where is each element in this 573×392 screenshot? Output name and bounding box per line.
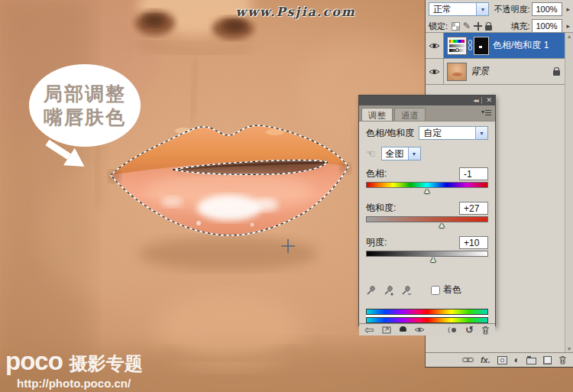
hue-slider-handle[interactable]: ▲ — [423, 186, 432, 195]
fill-label: 填充: — [510, 21, 529, 32]
panel-titlebar: ◂◂ ✕ — [359, 96, 495, 105]
close-icon[interactable]: ✕ — [486, 97, 492, 104]
lock-label: 锁定: — [429, 21, 448, 32]
layer-name[interactable]: 背景 — [471, 65, 489, 78]
background-layer-thumbnail[interactable] — [447, 63, 467, 81]
channel-value: 全图 — [382, 147, 408, 160]
reset-icon[interactable]: ↺ — [465, 325, 474, 335]
colorize-checkbox[interactable] — [431, 286, 440, 295]
new-layer-icon[interactable] — [543, 356, 552, 364]
adjustments-panel: ◂◂ ✕ 调整 通道 ▾ 色相/饱和度 自定 ▼ ☜ 全图 — [358, 95, 496, 326]
fill-spinner-icon[interactable]: ▸ — [566, 22, 570, 30]
lightness-label: 明度: — [366, 236, 387, 249]
hue-label: 色相: — [366, 167, 387, 180]
collapse-panel-icon[interactable]: ◂◂ — [473, 97, 478, 104]
expand-panel-icon[interactable] — [382, 326, 392, 334]
lock-position-icon[interactable] — [474, 22, 482, 31]
saturation-ramp — [366, 216, 488, 222]
screenshot: 局部调整 嘴唇肤色 www.Psjia.com poco 摄影专题 http:/… — [0, 0, 573, 392]
callout-arrow-icon — [35, 134, 104, 180]
chevron-down-icon[interactable]: ▼ — [408, 147, 420, 160]
poco-watermark: poco 摄影专题 http://photo.poco.cn/ — [5, 350, 143, 390]
callout-line1: 局部调整 — [44, 82, 126, 105]
chevron-down-icon[interactable]: ▼ — [475, 127, 487, 139]
layer-row-background[interactable]: 背景 — [426, 59, 573, 85]
site-watermark: www.Psjia.com — [215, 5, 376, 19]
layer-row-hue-saturation[interactable]: 色相/饱和度 1 — [426, 33, 573, 59]
preset-select[interactable]: 自定 ▼ — [419, 126, 488, 140]
delete-adjustment-icon[interactable] — [481, 326, 490, 335]
opacity-label: 不透明度: — [494, 4, 529, 15]
mask-link-icon[interactable] — [468, 40, 473, 51]
visibility-toggle[interactable] — [426, 59, 444, 84]
adjustment-title: 色相/饱和度 — [366, 127, 414, 140]
blend-mode-select[interactable]: 正常 ▼ — [429, 2, 489, 16]
preset-value: 自定 — [419, 127, 475, 140]
channel-select[interactable]: 全图 ▼ — [381, 147, 421, 160]
lip-gloss-highlight — [197, 195, 261, 221]
tab-channels[interactable]: 通道 — [394, 108, 426, 121]
spectrum-bar-bottom — [366, 317, 488, 323]
new-group-icon[interactable] — [526, 358, 536, 364]
eye-icon — [429, 68, 440, 76]
delete-layer-icon[interactable] — [558, 355, 567, 364]
eyedropper-minus-icon[interactable] — [401, 285, 412, 296]
saturation-value-field[interactable] — [459, 202, 488, 215]
lightness-slider-group: 明度: ▲ — [366, 236, 488, 264]
lightness-slider-handle[interactable]: ▲ — [429, 255, 438, 264]
spectrum-bar-top — [366, 309, 488, 315]
hue-slider-group: 色相: ▲ — [366, 167, 488, 195]
panel-tabs: 调整 通道 ▾ — [359, 105, 495, 121]
previous-state-icon[interactable] — [447, 326, 458, 334]
targeted-adjustment-icon[interactable]: ☜ — [366, 148, 376, 159]
new-adjustment-layer-icon[interactable]: ◐ — [514, 355, 520, 364]
lock-transparency-icon[interactable] — [452, 22, 460, 31]
scroll-up-icon[interactable]: ▴ — [568, 33, 571, 40]
tab-adjustments[interactable]: 调整 — [361, 108, 393, 121]
layers-panel-footer: fx. ◐ — [426, 352, 573, 367]
background-lock-icon — [553, 70, 560, 76]
layer-name[interactable]: 色相/饱和度 1 — [493, 39, 549, 52]
link-layers-icon[interactable] — [462, 357, 474, 363]
poco-suffix: 摄影专题 — [70, 352, 143, 376]
fill-field[interactable] — [532, 19, 562, 33]
saturation-slider-group: 饱和度: ▲ — [366, 202, 488, 229]
layer-styles-icon[interactable]: fx. — [481, 356, 490, 364]
blend-mode-value: 正常 — [429, 3, 476, 16]
eyedropper-row: 着色 — [366, 283, 488, 296]
saturation-label: 饱和度: — [366, 202, 396, 215]
colorize-label: 着色 — [443, 283, 461, 296]
poco-url: http://photo.poco.cn/ — [17, 377, 143, 390]
eye-icon — [429, 42, 440, 50]
add-mask-icon[interactable] — [497, 356, 507, 364]
poco-logo: poco — [5, 350, 63, 373]
hue-value-field[interactable] — [459, 167, 488, 180]
opacity-field[interactable] — [532, 2, 562, 16]
layer-mask-thumbnail[interactable] — [474, 37, 489, 55]
under-lip-shadow — [138, 237, 318, 271]
lock-all-icon[interactable] — [485, 25, 492, 31]
adjustments-body: 色相/饱和度 自定 ▼ ☜ 全图 ▼ 色相: — [359, 121, 495, 323]
lightness-value-field[interactable] — [459, 236, 488, 249]
opacity-spinner-icon[interactable]: ▸ — [566, 5, 570, 13]
visibility-icon[interactable] — [414, 326, 425, 333]
eyedropper-plus-icon[interactable] — [384, 285, 394, 296]
lock-pixels-icon[interactable]: ✎ — [463, 22, 471, 31]
adjustment-layer-thumbnail[interactable] — [447, 37, 467, 55]
callout-line2: 嘴唇肤色 — [44, 105, 126, 129]
hue-spectrum — [366, 309, 488, 323]
clip-to-layer-icon[interactable] — [400, 326, 406, 333]
eyedropper-icon[interactable] — [366, 285, 377, 296]
saturation-slider-handle[interactable]: ▲ — [438, 221, 446, 229]
visibility-toggle[interactable] — [426, 33, 444, 58]
panel-menu-icon[interactable]: ▾ — [481, 109, 491, 115]
adjustments-footer: ⇦ ↺ — [359, 323, 495, 335]
lightness-ramp — [366, 251, 488, 257]
chevron-down-icon[interactable]: ▼ — [476, 3, 488, 15]
layers-scrollbar[interactable]: ▴ ▾ — [565, 33, 573, 353]
back-arrow-icon[interactable]: ⇦ — [364, 324, 374, 335]
